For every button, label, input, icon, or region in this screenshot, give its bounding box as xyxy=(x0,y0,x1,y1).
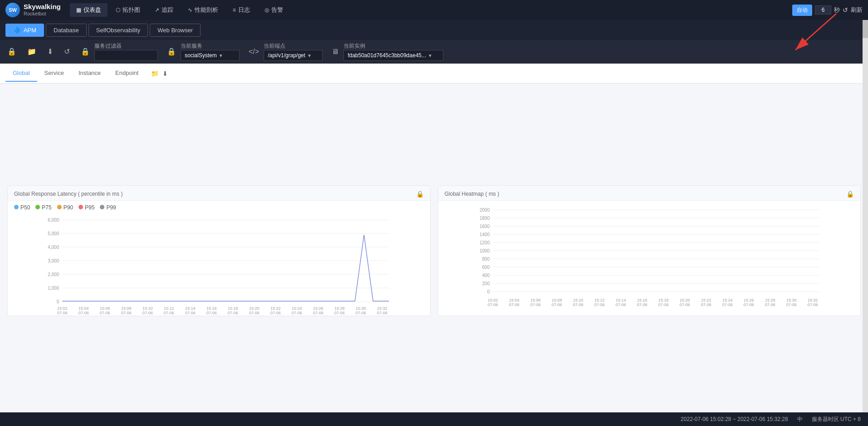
reload-icon[interactable]: ↺ xyxy=(62,45,72,58)
lock-icon[interactable]: 🔒 xyxy=(5,45,18,58)
second-tab-bar: Global Service Instance Endpoint 📁 ⬇ xyxy=(0,64,868,84)
svg-text:15:28: 15:28 xyxy=(765,298,775,302)
timezone-value: 服务器时区 UTC + 8 xyxy=(812,416,861,423)
svg-text:15:10: 15:10 xyxy=(142,306,153,311)
service-dropdown-arrow: ▼ xyxy=(219,53,223,58)
svg-text:15:26: 15:26 xyxy=(743,298,754,302)
svg-text:5,000: 5,000 xyxy=(48,231,59,236)
svg-text:15:22: 15:22 xyxy=(270,306,281,311)
profiling-icon: ∿ xyxy=(188,7,192,13)
nav-profiling[interactable]: ∿ 性能剖析 xyxy=(181,3,225,17)
legend-p90: P90 xyxy=(57,204,73,211)
tab-download-icon[interactable]: ⬇ xyxy=(162,70,168,77)
svg-text:07-06: 07-06 xyxy=(270,311,281,314)
svg-text:07-06: 07-06 xyxy=(551,302,562,307)
svg-text:07-06: 07-06 xyxy=(679,302,690,307)
svg-text:07-06: 07-06 xyxy=(743,302,754,307)
legend-p75: P75 xyxy=(35,204,51,211)
tab-global[interactable]: Global xyxy=(5,65,37,82)
svg-text:600: 600 xyxy=(482,265,490,270)
scroll-thumb[interactable] xyxy=(863,20,868,38)
svg-text:15:06: 15:06 xyxy=(530,298,540,302)
svg-text:15:26: 15:26 xyxy=(313,306,324,311)
brand-sub: Rocketbot xyxy=(24,11,61,17)
svg-text:07-06: 07-06 xyxy=(377,311,387,314)
tab-selfobservability[interactable]: SelfObservability xyxy=(88,24,148,37)
service-filter-group: 🔒 服务过滤器 xyxy=(79,42,158,61)
heatmap-lock-icon[interactable]: 🔒 xyxy=(846,190,854,198)
tab-service-label: Service xyxy=(44,69,64,76)
svg-text:15:06: 15:06 xyxy=(100,306,110,311)
heatmap-chart-header: Global Heatmap ( ms ) 🔒 xyxy=(438,186,861,201)
service-filter-lock-icon[interactable]: 🔒 xyxy=(79,45,92,58)
empty-space xyxy=(7,91,861,182)
legend-p99: P99 xyxy=(100,204,116,211)
svg-text:15:16: 15:16 xyxy=(637,298,647,302)
nav-alert-label: 告警 xyxy=(271,6,283,14)
timezone-label: 中 xyxy=(797,416,803,423)
seconds-label: 秒 xyxy=(834,6,840,14)
svg-text:15:22: 15:22 xyxy=(701,298,711,302)
svg-text:15:12: 15:12 xyxy=(164,306,174,311)
tab-instance[interactable]: Instance xyxy=(71,65,108,82)
svg-text:15:24: 15:24 xyxy=(722,298,732,302)
current-endpoint-select[interactable]: /api/v1/grap/get ▼ xyxy=(264,50,323,61)
nav-profiling-label: 性能剖析 xyxy=(195,6,218,14)
svg-text:15:24: 15:24 xyxy=(292,306,302,311)
tab-service[interactable]: Service xyxy=(37,65,71,82)
endpoint-dropdown-arrow: ▼ xyxy=(307,53,312,58)
auto-button[interactable]: 自动 xyxy=(792,5,812,16)
svg-text:15:08: 15:08 xyxy=(551,298,562,302)
current-instance-select[interactable]: fdab50a01d7645c3bb09dae45... ▼ xyxy=(343,50,443,61)
current-service-select[interactable]: socialSystem ▼ xyxy=(181,50,240,61)
svg-text:15:04: 15:04 xyxy=(509,298,519,302)
tab-endpoint[interactable]: Endpoint xyxy=(108,65,146,82)
download-icon[interactable]: ⬇ xyxy=(45,45,55,58)
svg-text:07-06: 07-06 xyxy=(487,302,498,307)
svg-text:07-06: 07-06 xyxy=(637,302,647,307)
filter-bar: 🔒 📁 ⬇ ↺ 🔒 服务过滤器 🔒 当前服务 socialSystem ▼ </… xyxy=(0,40,868,64)
svg-text:15:18: 15:18 xyxy=(658,298,668,302)
service-filter-input[interactable] xyxy=(94,50,158,61)
svg-text:07-06: 07-06 xyxy=(786,302,796,307)
svg-text:0: 0 xyxy=(57,299,59,304)
scrollbar[interactable] xyxy=(863,20,868,412)
svg-text:07-06: 07-06 xyxy=(509,302,519,307)
refresh-icon[interactable]: ↺ xyxy=(843,6,848,14)
log-icon: ≡ xyxy=(233,7,236,13)
svg-text:400: 400 xyxy=(482,273,490,278)
heatmap-svg: 2000 1800 1600 1400 1200 1000 800 600 40… xyxy=(442,206,857,313)
nav-items: ▦ 仪表盘 ⬡ 拓扑图 ↗ 追踪 ∿ 性能剖析 ≡ 日志 ◎ 告警 xyxy=(70,3,792,17)
current-service-group: 🔒 当前服务 socialSystem ▼ xyxy=(165,42,240,61)
current-endpoint-value: /api/v1/grap/get xyxy=(268,52,305,59)
svg-text:15:16: 15:16 xyxy=(206,306,217,311)
nav-dashboard[interactable]: ▦ 仪表盘 xyxy=(70,3,108,17)
latency-chart-title: Global Response Latency ( percentile in … xyxy=(14,191,123,197)
svg-text:800: 800 xyxy=(482,257,490,262)
nav-trace[interactable]: ↗ 追踪 xyxy=(148,3,180,17)
current-instance-group: 🖥 当前实例 fdab50a01d7645c3bb09dae45... ▼ xyxy=(330,42,443,61)
legend-p95: P95 xyxy=(78,204,94,211)
heatmap-chart-area: 2000 1800 1600 1400 1200 1000 800 600 40… xyxy=(438,201,861,314)
nav-log[interactable]: ≡ 日志 xyxy=(226,3,256,17)
tab-webbrowser[interactable]: Web Browser xyxy=(150,24,201,37)
tab-folder-icon[interactable]: 📁 xyxy=(151,70,159,77)
nav-topology[interactable]: ⬡ 拓扑图 xyxy=(109,3,147,17)
svg-text:2,000: 2,000 xyxy=(48,272,59,277)
folder-icon[interactable]: 📁 xyxy=(25,45,38,58)
svg-text:07-06: 07-06 xyxy=(292,311,302,314)
refresh-seconds-input[interactable] xyxy=(815,5,831,15)
tab-webbrowser-label: Web Browser xyxy=(157,27,193,34)
svg-text:3,000: 3,000 xyxy=(48,258,59,263)
logo-icon: SW xyxy=(5,3,20,17)
svg-text:15:14: 15:14 xyxy=(185,306,196,311)
svg-text:07-06: 07-06 xyxy=(249,311,260,314)
nav-trace-label: 追踪 xyxy=(162,6,173,14)
latency-lock-icon[interactable]: 🔒 xyxy=(416,190,424,198)
nav-alert[interactable]: ◎ 告警 xyxy=(258,3,289,17)
tab-apm[interactable]: 🔷 APM xyxy=(5,24,44,37)
svg-text:4,000: 4,000 xyxy=(48,245,59,250)
svg-text:07-06: 07-06 xyxy=(765,302,775,307)
svg-text:15:02: 15:02 xyxy=(487,298,498,302)
tab-database[interactable]: Database xyxy=(46,24,87,37)
